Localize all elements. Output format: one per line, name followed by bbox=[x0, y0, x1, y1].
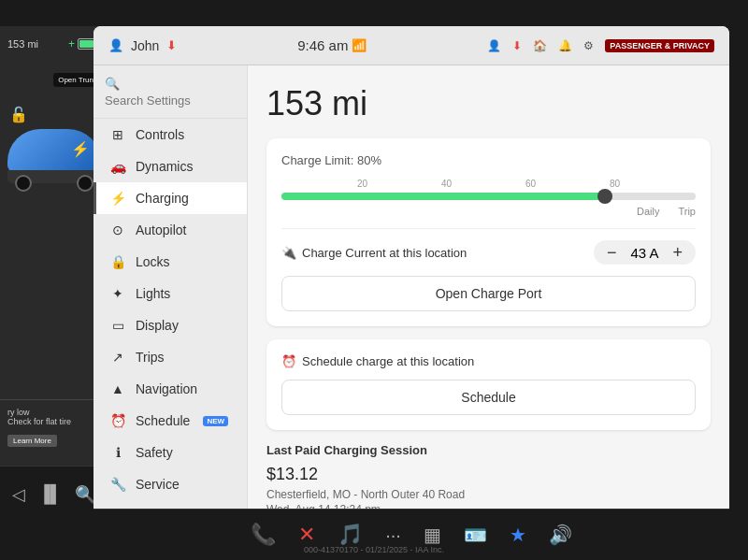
sidebar-item-trips[interactable]: ↗ Trips bbox=[94, 341, 247, 373]
taskbar-x-icon[interactable]: ✕ bbox=[298, 523, 315, 547]
search-icon-sidebar: 🔍 bbox=[105, 77, 120, 91]
sidebar-label-autopilot: Autopilot bbox=[136, 223, 186, 237]
sidebar: 🔍 ⊞ Controls 🚗 Dynamics ⚡ Charging ⊙ Aut… bbox=[94, 65, 248, 522]
home-icon[interactable]: 🏠 bbox=[533, 39, 547, 52]
main-content: 🔍 ⊞ Controls 🚗 Dynamics ⚡ Charging ⊙ Aut… bbox=[94, 65, 729, 522]
service-icon: 🔧 bbox=[109, 477, 126, 492]
schedule-icon: ⏰ bbox=[109, 413, 126, 428]
autopilot-icon: ⊙ bbox=[109, 223, 126, 237]
user-icon: 👤 bbox=[108, 38, 123, 52]
sidebar-item-locks[interactable]: 🔒 Locks bbox=[94, 246, 247, 278]
last-session-title: Last Paid Charging Session bbox=[266, 443, 711, 457]
amp-increase-button[interactable]: + bbox=[672, 244, 683, 261]
sidebar-item-service[interactable]: 🔧 Service bbox=[94, 468, 247, 500]
lights-icon: ✦ bbox=[109, 286, 126, 301]
taskbar-grid-icon[interactable]: ▦ bbox=[424, 524, 441, 546]
sidebar-label-dynamics: Dynamics bbox=[136, 159, 193, 174]
navigation-icon: ▲ bbox=[109, 381, 126, 396]
search-bar[interactable]: 🔍 bbox=[94, 65, 247, 119]
sidebar-label-navigation: Navigation bbox=[136, 381, 197, 396]
slider-fill bbox=[281, 193, 612, 200]
taskbar-bluetooth-icon[interactable]: ★ bbox=[510, 524, 526, 546]
sidebar-label-charging: Charging bbox=[136, 191, 189, 206]
session-amount: $13.12 bbox=[266, 465, 711, 484]
session-location: Chesterfield, MO - North Outer 40 Road bbox=[266, 488, 711, 501]
sidebar-label-schedule: Schedule bbox=[136, 413, 190, 428]
trips-icon: ↗ bbox=[109, 350, 126, 365]
warning-text: ry lowCheck for flat tire bbox=[7, 408, 100, 426]
footer-text: 000-41370170 - 01/21/2025 - IAA Inc. bbox=[0, 545, 748, 554]
plug-icon: 🔌 bbox=[281, 246, 296, 260]
status-bar-center: 9:46 am 📶 bbox=[297, 37, 367, 53]
status-bar-left: 👤 John ⬇ bbox=[108, 38, 177, 53]
settings-icon-top[interactable]: ⚙ bbox=[583, 39, 594, 52]
slider-labels: 20 40 60 80 bbox=[281, 179, 696, 189]
schedule-header: ⏰ Schedule charge at this location bbox=[281, 354, 696, 368]
bell-icon[interactable]: 🔔 bbox=[558, 39, 572, 52]
amp-decrease-button[interactable]: − bbox=[607, 244, 617, 261]
charge-current-label: 🔌 Charge Current at this location bbox=[281, 246, 467, 260]
download-icon: ⬇ bbox=[166, 38, 177, 52]
sidebar-item-charging[interactable]: ⚡ Charging bbox=[94, 182, 247, 214]
locks-icon: 🔒 bbox=[109, 254, 126, 269]
new-badge: NEW bbox=[203, 416, 228, 426]
sidebar-item-schedule[interactable]: ⏰ Schedule NEW bbox=[94, 405, 247, 437]
sidebar-item-autopilot[interactable]: ⊙ Autopilot bbox=[94, 214, 247, 246]
taskbar-card-icon[interactable]: 🪪 bbox=[464, 524, 487, 546]
profile-icon[interactable]: 👤 bbox=[487, 39, 501, 52]
taskbar-dots-icon[interactable]: ··· bbox=[385, 524, 401, 546]
daily-label: Daily bbox=[637, 206, 659, 217]
notification-icon[interactable]: ⬇ bbox=[512, 39, 522, 52]
range-display: 153 mi bbox=[266, 84, 711, 123]
sidebar-label-safety: Safety bbox=[136, 445, 173, 460]
warning-bar: ry lowCheck for flat tire Learn More bbox=[0, 399, 108, 454]
daily-trip-labels: Daily Trip bbox=[281, 206, 696, 217]
charge-limit-label: Charge Limit: 80% bbox=[281, 153, 696, 167]
charge-slider-track[interactable] bbox=[281, 193, 696, 200]
sidebar-item-dynamics[interactable]: 🚗 Dynamics bbox=[94, 151, 247, 182]
sidebar-item-lights[interactable]: ✦ Lights bbox=[94, 278, 247, 309]
search-icon[interactable]: 🔍 bbox=[75, 484, 95, 505]
charging-icon: ⚡ bbox=[109, 191, 126, 206]
charge-card: Charge Limit: 80% 20 40 60 80 Daily Trip bbox=[266, 138, 711, 326]
signal-icon: 📶 bbox=[352, 38, 367, 52]
vehicle-bottom-controls: ◁ ▐▌ 🔍 bbox=[0, 466, 108, 522]
controls-icon: ⊞ bbox=[109, 127, 126, 142]
status-bar-right: 👤 ⬇ 🏠 🔔 ⚙ PASSENGER & PRIVACY bbox=[487, 39, 714, 52]
clock-icon: ⏰ bbox=[281, 354, 296, 368]
learn-more-button[interactable]: Learn More bbox=[7, 435, 57, 447]
divider bbox=[281, 228, 696, 229]
range-display-small: 153 mi bbox=[7, 38, 38, 50]
amp-control[interactable]: − 43 A + bbox=[594, 240, 696, 265]
user-name: John bbox=[131, 38, 159, 53]
charge-current-row: 🔌 Charge Current at this location − 43 A… bbox=[281, 240, 696, 265]
car-illustration: ⚡ bbox=[5, 129, 103, 171]
battery-fill bbox=[79, 40, 94, 48]
lock-icon[interactable]: 🔓 bbox=[9, 106, 28, 123]
taskbar-volume-icon[interactable]: 🔊 bbox=[549, 524, 572, 546]
media-pause-icon[interactable]: ▐▌ bbox=[38, 484, 63, 504]
schedule-button[interactable]: Schedule bbox=[281, 380, 696, 415]
search-input[interactable] bbox=[105, 93, 236, 108]
charge-icon: + bbox=[68, 37, 75, 50]
taskbar-music-icon[interactable]: 🎵 bbox=[338, 523, 363, 547]
main-screen: 👤 John ⬇ 9:46 am 📶 👤 ⬇ 🏠 🔔 ⚙ PASSENGER &… bbox=[94, 26, 729, 522]
status-bar: 👤 John ⬇ 9:46 am 📶 👤 ⬇ 🏠 🔔 ⚙ PASSENGER &… bbox=[94, 26, 729, 65]
content-panel: 153 mi Charge Limit: 80% 20 40 60 80 bbox=[248, 65, 729, 522]
sidebar-item-controls[interactable]: ⊞ Controls bbox=[94, 119, 247, 151]
time-display: 9:46 am bbox=[297, 37, 348, 53]
sidebar-item-navigation[interactable]: ▲ Navigation bbox=[94, 373, 247, 405]
passenger-badge: PASSENGER & PRIVACY bbox=[605, 39, 714, 52]
sidebar-label-lights: Lights bbox=[136, 286, 170, 301]
sidebar-label-controls: Controls bbox=[136, 127, 184, 142]
vehicle-panel: 153 mi + 🔓 Open Trunk ⚡ ry lowCheck for … bbox=[0, 26, 108, 522]
trip-label: Trip bbox=[678, 206, 696, 217]
sidebar-label-display: Display bbox=[136, 318, 179, 333]
open-charge-port-button[interactable]: Open Charge Port bbox=[281, 276, 696, 311]
media-prev-icon[interactable]: ◁ bbox=[12, 484, 25, 505]
display-icon: ▭ bbox=[109, 318, 126, 333]
sidebar-item-safety[interactable]: ℹ Safety bbox=[94, 437, 247, 468]
taskbar-phone-icon[interactable]: 📞 bbox=[251, 523, 276, 547]
sidebar-label-service: Service bbox=[136, 477, 180, 492]
sidebar-item-display[interactable]: ▭ Display bbox=[94, 309, 247, 341]
